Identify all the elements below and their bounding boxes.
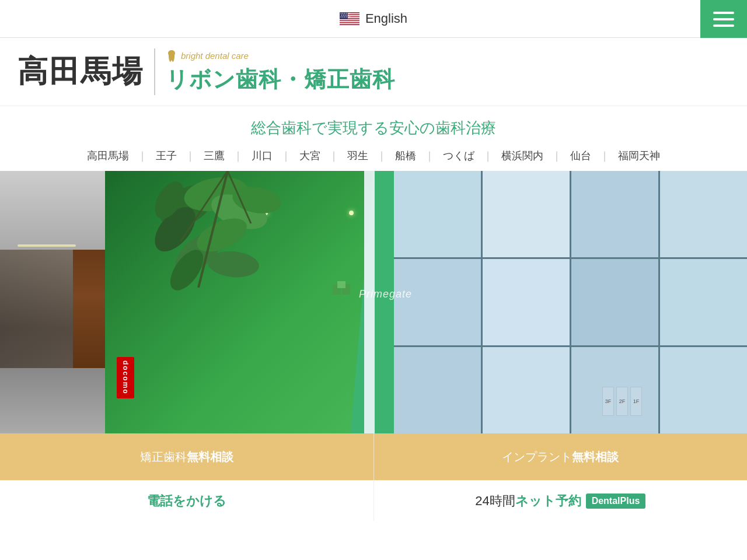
sep-9: ｜	[551, 149, 562, 163]
floor-signs: 3F 2F 1F	[602, 387, 642, 416]
svg-text:★★★★★★: ★★★★★★	[340, 16, 351, 18]
cta-section: 矯正歯科無料相談 インプラント無料相談	[0, 433, 747, 480]
action-bar: 電話をかける 24時間ネット予約 DentalPlus	[0, 480, 747, 521]
sep-6: ｜	[376, 149, 387, 163]
us-flag-icon: ★★★★★★ ★★★★★ ★★★★★★	[340, 12, 359, 25]
phone-action-button[interactable]: 電話をかける	[0, 481, 374, 521]
implant-cta-text: インプラント無料相談	[502, 449, 619, 465]
docomo-sign: docomo	[117, 357, 134, 398]
ceiling-lights	[137, 211, 394, 215]
sep-5: ｜	[329, 149, 339, 163]
hero-section: Primegate docomo 3F 2F 1F	[0, 171, 747, 433]
location-takadanobaba[interactable]: 高田馬場	[79, 149, 137, 163]
sep-7: ｜	[424, 149, 435, 163]
location-yokohama[interactable]: 横浜関内	[493, 149, 551, 163]
location-sendai[interactable]: 仙台	[562, 149, 599, 163]
location-kanji: 高田馬場	[18, 51, 144, 92]
tagline-section: 総合歯科で実現する安心の歯科治療	[0, 106, 747, 144]
language-selector[interactable]: ★★★★★★ ★★★★★ ★★★★★★ English	[340, 11, 407, 26]
orthodontics-cta-button[interactable]: 矯正歯科無料相談	[0, 433, 374, 480]
svg-rect-6	[340, 23, 359, 24]
dentalplus-badge: DentalPlus	[586, 494, 646, 509]
location-kawaguchi[interactable]: 川口	[243, 149, 281, 163]
brand-tagline: bright dental care	[166, 50, 395, 62]
clinic-name-japanese: リボン歯科・矯正歯科	[166, 65, 395, 94]
location-nav: 高田馬場 ｜ 王子 ｜ 三鷹 ｜ 川口 ｜ 大宮 ｜ 羽生 ｜ 船橋 ｜ つくば…	[0, 144, 747, 171]
orthodontics-cta-text: 矯正歯科無料相談	[140, 449, 233, 465]
logo-right: bright dental care リボン歯科・矯正歯科	[166, 50, 395, 94]
hamburger-line-3	[713, 24, 734, 27]
sep-2: ｜	[185, 149, 196, 163]
net-reservation-button[interactable]: 24時間ネット予約 DentalPlus	[374, 481, 748, 521]
svg-rect-26	[337, 281, 345, 288]
hamburger-line-2	[713, 18, 734, 20]
primegate-sign: Primegate	[330, 281, 412, 307]
hero-right-panel: Primegate docomo 3F 2F 1F	[105, 171, 747, 433]
sep-8: ｜	[483, 149, 493, 163]
location-tsukuba[interactable]: つくば	[435, 149, 483, 163]
phone-action-text: 電話をかける	[147, 492, 226, 510]
language-text: English	[365, 11, 407, 26]
sep-4: ｜	[281, 149, 291, 163]
tooth-icon	[166, 50, 177, 62]
location-oji[interactable]: 王子	[148, 149, 185, 163]
svg-rect-4	[340, 19, 359, 20]
hamburger-menu-button[interactable]	[700, 0, 747, 38]
logo-section: 高田馬場 bright dental care リボン歯科・矯正歯科	[0, 38, 747, 106]
location-hanyu[interactable]: 羽生	[339, 149, 376, 163]
hamburger-line-1	[713, 12, 734, 14]
svg-rect-5	[340, 21, 359, 22]
sep-3: ｜	[233, 149, 243, 163]
sep-10: ｜	[599, 149, 610, 163]
top-nav-bar: ★★★★★★ ★★★★★ ★★★★★★ English	[0, 0, 747, 38]
brand-name-text: bright dental care	[181, 51, 249, 61]
location-mitaka[interactable]: 三鷹	[196, 149, 233, 163]
net-reservation-text: 24時間ネット予約	[475, 492, 581, 510]
hero-left-panel	[0, 171, 105, 433]
tagline-text: 総合歯科で実現する安心の歯科治療	[0, 118, 747, 138]
sep-1: ｜	[137, 149, 148, 163]
location-fukuoka[interactable]: 福岡天神	[610, 149, 668, 163]
primegate-logo-icon	[330, 281, 353, 307]
implant-cta-button[interactable]: インプラント無料相談	[374, 433, 748, 480]
location-omiya[interactable]: 大宮	[291, 149, 329, 163]
logo-divider	[154, 48, 155, 95]
location-funabashi[interactable]: 船橋	[387, 149, 424, 163]
